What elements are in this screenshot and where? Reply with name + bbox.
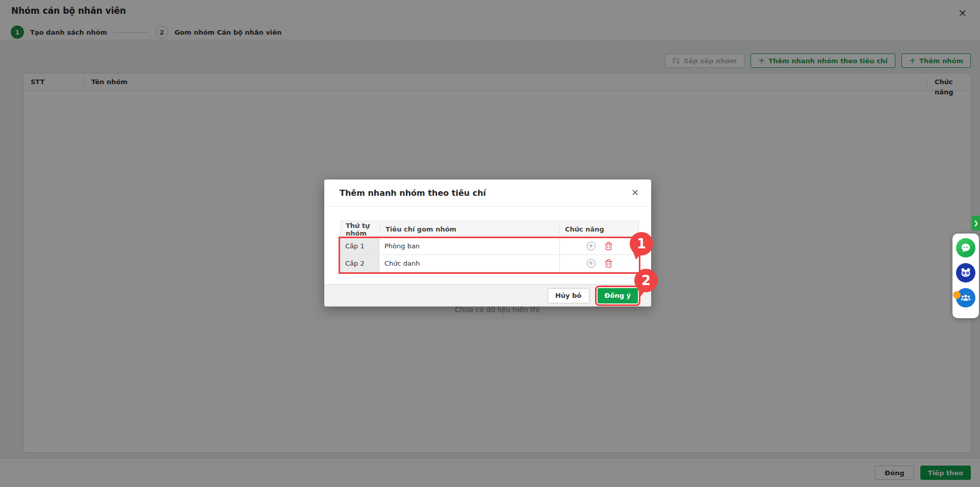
criteria-rows: Cấp 1 Phòng ban + [340, 238, 639, 272]
modal-close-icon[interactable]: ✕ [631, 187, 639, 198]
criteria-table-header: Thứ tự nhóm Tiêu chí gom nhóm Chức năng [340, 221, 639, 238]
bot-assistant-icon[interactable] [956, 263, 975, 283]
confirm-button[interactable]: Đồng ý [598, 288, 638, 303]
level-cell: Cấp 1 [340, 238, 379, 254]
trash-icon[interactable] [605, 259, 612, 268]
criteria-select[interactable]: Phòng ban [379, 238, 560, 254]
trash-icon[interactable] [605, 242, 612, 250]
modal-footer: Hủy bỏ Đồng ý [324, 284, 651, 306]
cancel-button[interactable]: Hủy bỏ [548, 288, 589, 303]
quick-add-modal: Thêm nhanh nhóm theo tiêu chí ✕ Thứ tự n… [324, 180, 651, 306]
criteria-table: Thứ tự nhóm Tiêu chí gom nhóm Chức năng … [340, 221, 639, 272]
level-cell: Cấp 2 [340, 255, 379, 272]
add-row-icon[interactable]: + [587, 242, 596, 250]
annotation-badge-2: 2 [634, 269, 658, 292]
modal-title: Thêm nhanh nhóm theo tiêu chí [340, 188, 486, 198]
modal-body: Thứ tự nhóm Tiêu chí gom nhóm Chức năng … [324, 207, 651, 272]
chat-support-icon[interactable] [956, 238, 975, 258]
notification-dot [953, 291, 961, 299]
criteria-row-2: Cấp 2 Chức danh + [340, 255, 639, 272]
support-widget-panel [952, 234, 979, 318]
column-header-chuc-nang: Chức năng [559, 225, 638, 233]
column-header-thu-tu-nhom: Thứ tự nhóm [341, 222, 380, 237]
criteria-row-1: Cấp 1 Phòng ban + [340, 238, 639, 255]
criteria-select[interactable]: Chức danh [379, 255, 560, 272]
annotation-badge-1: 1 [630, 232, 653, 255]
chevron-right-icon: ❯ [973, 220, 978, 226]
widget-collapse-tab[interactable]: ❯ [972, 216, 980, 230]
modal-header: Thêm nhanh nhóm theo tiêu chí ✕ [324, 180, 651, 207]
row-actions: + [560, 255, 639, 272]
column-header-tieu-chi: Tiêu chí gom nhóm [380, 225, 559, 233]
add-row-icon[interactable]: + [587, 259, 596, 268]
